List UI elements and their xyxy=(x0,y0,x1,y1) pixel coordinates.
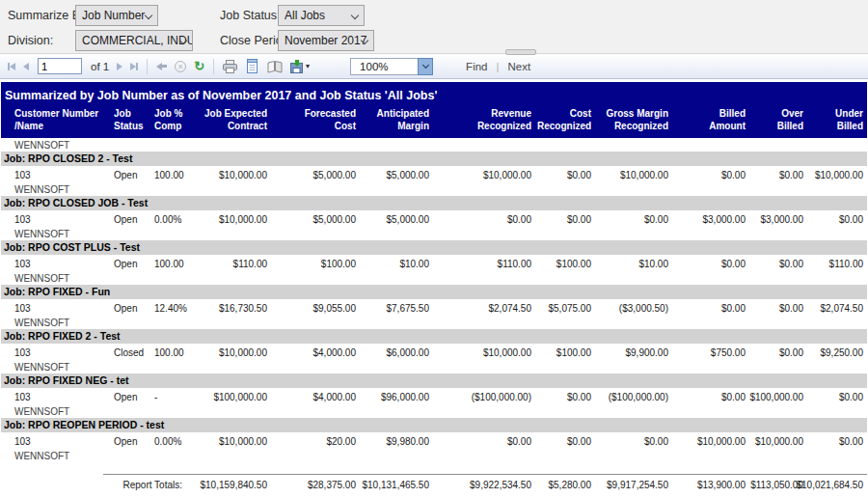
column-header: Cost Recognized xyxy=(535,105,595,138)
report-total-cell: $9,917,254.50 xyxy=(595,474,672,490)
detail-cell: 100.00 xyxy=(151,344,192,360)
customer-name-cell: WENNSOFT xyxy=(1,227,867,240)
job-group-label: Job: RPO FIXED - Fun xyxy=(1,285,867,299)
detail-cell: $16,730.50 xyxy=(192,299,271,316)
job-group-row: Job: RPO REOPEN PERIOD - test xyxy=(1,418,867,432)
customer-name-cell: WENNSOFT xyxy=(1,449,867,462)
next-page-button[interactable] xyxy=(113,63,126,70)
detail-cell: $9,980.00 xyxy=(360,432,433,449)
detail-cell: $5,000.00 xyxy=(360,210,433,227)
back-to-parent-button[interactable] xyxy=(152,63,171,70)
job-group-row: Job: RPO COST PLUS - Test xyxy=(1,240,867,255)
detail-cell: $0.00 xyxy=(672,255,749,271)
detail-cell: $0.00 xyxy=(535,388,595,404)
zoom-select[interactable]: 100% xyxy=(350,58,433,75)
customer-name-cell: WENNSOFT xyxy=(1,404,867,418)
detail-cell: 103 xyxy=(1,388,103,404)
detail-cell: $0.00 xyxy=(433,210,535,227)
refresh-button[interactable]: ↻ xyxy=(190,60,208,72)
job-group-row: Job: RPO FIXED - Fun xyxy=(1,285,867,299)
page-of-label: of 1 xyxy=(91,61,109,72)
detail-cell: $100,000.00 xyxy=(192,388,271,404)
next-button[interactable]: Next xyxy=(507,61,530,72)
division-select[interactable]: COMMERCIAL, INDUS xyxy=(75,30,193,51)
job-status-value: All Jobs xyxy=(285,9,325,22)
detail-row: 103Open0.00%$10,000.00$5,000.00$5,000.00… xyxy=(1,210,867,227)
detail-cell: 100.00 xyxy=(151,166,192,182)
print-button[interactable] xyxy=(219,60,241,73)
find-button[interactable]: Find xyxy=(466,61,487,72)
detail-cell: $0.00 xyxy=(749,344,807,360)
previous-page-button[interactable] xyxy=(19,63,33,70)
detail-cell: $9,900.00 xyxy=(595,344,672,360)
job-group-label: Job: RPO REOPEN PERIOD - test xyxy=(1,418,867,432)
detail-cell: Open xyxy=(103,299,151,316)
customer-name-cell: WENNSOFT xyxy=(1,182,867,196)
customer-name-row: WENNSOFT xyxy=(1,449,867,462)
column-header: Forecasted Cost xyxy=(271,105,360,138)
detail-cell: $96,000.00 xyxy=(360,388,433,404)
detail-cell: ($3,000.50) xyxy=(595,299,672,316)
detail-cell: $5,000.00 xyxy=(271,166,360,182)
detail-cell: 0.00% xyxy=(151,432,192,449)
report-title-row: Summarized by Job Number as of November … xyxy=(1,82,867,105)
customer-name-cell: WENNSOFT xyxy=(1,138,867,152)
customer-name-row: WENNSOFT xyxy=(1,182,867,196)
filter-panel: Summarize By: Job Number Job Status: All… xyxy=(0,0,868,54)
detail-cell: $10,000.00 xyxy=(192,166,271,182)
chevron-down-icon xyxy=(351,12,359,19)
job-group-label: Job: RPO FIXED NEG - tet xyxy=(1,374,867,388)
detail-cell: $5,075.00 xyxy=(535,299,595,316)
zoom-dropdown-button[interactable] xyxy=(418,58,433,75)
detail-row: 103Open100.00$110.00$100.00$10.00$110.00… xyxy=(1,255,867,271)
page-number-input[interactable] xyxy=(38,58,82,74)
detail-cell: $20.00 xyxy=(271,432,360,449)
chevron-down-icon xyxy=(145,12,152,19)
detail-cell: $3,000.00 xyxy=(749,210,807,227)
detail-cell: Open xyxy=(103,166,151,182)
detail-cell: $10.00 xyxy=(360,255,433,271)
detail-cell: $110.00 xyxy=(433,255,535,271)
customer-name-row: WENNSOFT xyxy=(1,271,867,285)
detail-cell: $5,000.00 xyxy=(360,166,433,182)
detail-cell: 12.40% xyxy=(151,299,192,316)
report-total-cell: $10,159,840.50 xyxy=(192,474,271,490)
export-icon xyxy=(290,60,304,73)
job-status-select[interactable]: All Jobs xyxy=(278,5,365,26)
detail-cell: $4,000.00 xyxy=(271,344,360,360)
report-area: Summarized by Job Number as of November … xyxy=(0,79,868,490)
detail-cell: $100,000.00 xyxy=(749,388,807,404)
close-period-select[interactable]: November 2017 xyxy=(278,30,374,51)
detail-cell: 103 xyxy=(1,344,103,360)
first-page-button[interactable] xyxy=(4,63,19,70)
column-header: Anticipated Margin xyxy=(360,105,433,138)
detail-cell: $0.00 xyxy=(535,210,595,227)
report-totals-row: Report Totals:$10,159,840.50$28,375.00$1… xyxy=(1,474,867,490)
customer-name-cell: WENNSOFT xyxy=(1,316,867,329)
detail-cell: $0.00 xyxy=(595,210,672,227)
refresh-icon: ↻ xyxy=(194,60,204,72)
splitter-handle[interactable] xyxy=(505,49,536,55)
report-total-cell: $13,900.00 xyxy=(672,474,749,490)
detail-cell: $0.00 xyxy=(535,166,595,182)
print-layout-button[interactable] xyxy=(241,59,263,73)
detail-row: 103Open-$100,000.00$4,000.00$96,000.00($… xyxy=(1,388,867,404)
report-total-cell: $5,280.00 xyxy=(535,474,595,490)
detail-cell: 103 xyxy=(1,166,103,182)
page-setup-button[interactable] xyxy=(263,60,286,73)
column-header: Under Billed xyxy=(807,105,867,138)
summarize-by-select[interactable]: Job Number xyxy=(75,5,158,26)
last-page-button[interactable] xyxy=(126,63,142,70)
column-header: Job Expected Contract xyxy=(192,105,271,138)
job-group-row: Job: RPO FIXED 2 - Test xyxy=(1,329,867,344)
detail-cell: $9,250.00 xyxy=(807,344,867,360)
spacer xyxy=(1,462,867,474)
detail-cell: $10,000.00 xyxy=(672,432,749,449)
detail-cell: $0.00 xyxy=(672,166,749,182)
report-total-cell: $9,922,534.50 xyxy=(433,474,535,490)
zoom-value: 100% xyxy=(360,61,388,72)
stop-button[interactable]: × xyxy=(171,61,190,72)
report-total-cell: $28,375.00 xyxy=(271,474,360,490)
customer-name-row: WENNSOFT xyxy=(1,227,867,240)
export-button[interactable]: ▾ xyxy=(286,60,313,73)
